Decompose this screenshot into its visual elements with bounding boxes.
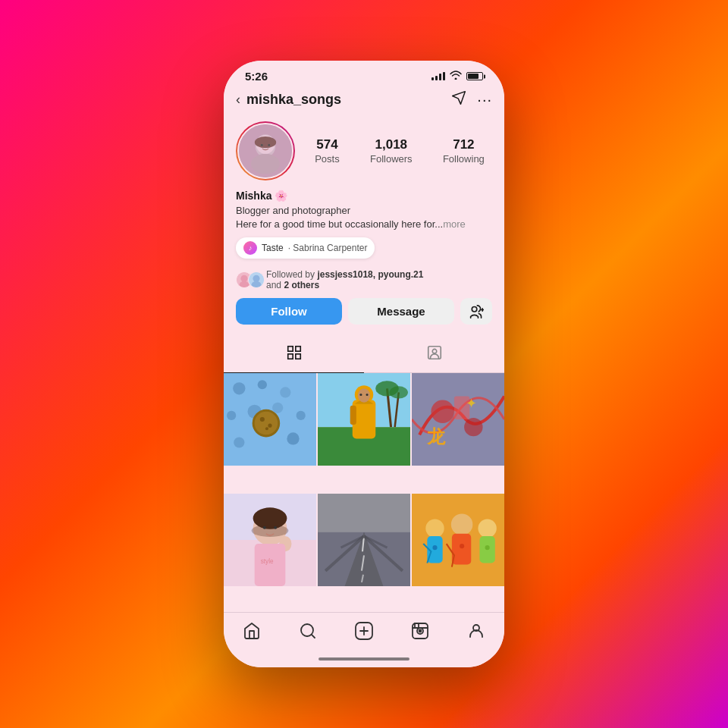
svg-point-64 xyxy=(279,536,291,551)
profile-header: ‹ mishka_songs ··· xyxy=(224,86,504,115)
avatar xyxy=(237,123,293,179)
music-pill[interactable]: ♪ Taste · Sabrina Carpenter xyxy=(236,237,375,259)
header-right: ··· xyxy=(451,90,492,109)
svg-rect-23 xyxy=(224,373,316,466)
svg-line-74 xyxy=(341,536,365,548)
profile-icon xyxy=(467,622,485,645)
svg-point-35 xyxy=(265,428,268,431)
tab-grid[interactable] xyxy=(224,337,364,372)
bio-line2: Here for a good time but occasionally he… xyxy=(236,218,443,230)
other-count: 2 others xyxy=(284,280,319,290)
svg-point-79 xyxy=(425,519,444,537)
svg-point-51 xyxy=(431,400,454,424)
svg-point-45 xyxy=(355,386,373,404)
add-icon xyxy=(354,621,374,645)
svg-point-47 xyxy=(359,394,362,396)
svg-rect-65 xyxy=(255,544,286,586)
tagged-icon xyxy=(426,344,443,365)
svg-rect-18 xyxy=(295,347,300,351)
svg-point-95 xyxy=(419,630,422,632)
status-bar: 5:26 xyxy=(224,61,504,86)
following-count: 712 xyxy=(443,137,485,152)
svg-point-87 xyxy=(485,545,490,550)
svg-point-43 xyxy=(390,387,408,399)
svg-line-72 xyxy=(362,555,364,570)
profile-tabs xyxy=(224,337,504,373)
add-friend-button[interactable] xyxy=(460,298,492,325)
search-icon xyxy=(299,622,317,645)
svg-point-60 xyxy=(253,507,287,529)
svg-line-75 xyxy=(364,536,388,548)
stat-followers[interactable]: 1,018 Followers xyxy=(370,137,413,165)
svg-point-32 xyxy=(255,412,278,435)
svg-rect-57 xyxy=(224,494,316,540)
svg-rect-84 xyxy=(479,536,494,563)
svg-rect-44 xyxy=(353,400,376,439)
nav-profile[interactable] xyxy=(460,620,493,646)
stats-row: 574 Posts 1,018 Followers 712 Following xyxy=(307,137,492,165)
svg-point-46 xyxy=(358,389,370,403)
profile-bio: Blogger and photographer Here for a good… xyxy=(236,204,492,231)
follower-avatars xyxy=(236,271,260,288)
svg-point-86 xyxy=(460,544,464,548)
svg-point-34 xyxy=(268,424,271,428)
bio-line1: Blogger and photographer xyxy=(236,205,350,216)
svg-point-36 xyxy=(234,438,244,448)
battery-icon xyxy=(466,72,483,80)
nav-add[interactable] xyxy=(347,620,381,646)
bio-more-link[interactable]: more xyxy=(443,218,466,230)
tab-tagged[interactable] xyxy=(364,337,504,372)
nav-search[interactable] xyxy=(291,620,325,646)
svg-rect-39 xyxy=(318,428,410,466)
grid-cell-2[interactable] xyxy=(318,373,410,466)
grid-cell-6[interactable] xyxy=(412,494,504,586)
svg-point-3 xyxy=(251,154,280,174)
stat-following[interactable]: 712 Following xyxy=(443,137,485,165)
grid-cell-3[interactable]: 龙 ✦ xyxy=(412,373,504,466)
follower-names: jessjess1018, pyoung.21 xyxy=(317,269,423,280)
svg-rect-17 xyxy=(287,347,292,351)
followers-label: Followers xyxy=(370,153,413,165)
svg-rect-78 xyxy=(412,494,504,586)
grid-cell-5[interactable] xyxy=(318,494,410,586)
posts-label: Posts xyxy=(315,153,340,165)
svg-point-81 xyxy=(451,513,472,535)
header-left: ‹ mishka_songs xyxy=(236,92,341,108)
svg-marker-69 xyxy=(349,532,380,586)
svg-point-41 xyxy=(375,381,399,397)
svg-text:龙: 龙 xyxy=(426,426,446,447)
followers-count: 1,018 xyxy=(370,137,413,152)
message-button[interactable]: Message xyxy=(348,298,454,325)
mini-avatar-2 xyxy=(248,271,265,288)
grid-cell-4[interactable]: style xyxy=(224,494,316,586)
nav-reels[interactable] xyxy=(403,620,437,646)
svg-line-42 xyxy=(395,393,399,428)
profile-info: 574 Posts 1,018 Followers 712 Following … xyxy=(224,115,504,337)
action-buttons: Follow Message xyxy=(236,298,492,325)
direct-icon[interactable] xyxy=(451,90,466,109)
svg-point-22 xyxy=(432,350,437,354)
grid-cell-1[interactable] xyxy=(224,373,316,466)
svg-point-33 xyxy=(260,417,265,422)
nav-home[interactable] xyxy=(235,620,268,646)
svg-rect-50 xyxy=(412,373,504,466)
home-icon xyxy=(243,622,261,645)
svg-text:style: style xyxy=(261,557,274,564)
wifi-icon xyxy=(450,71,462,82)
svg-point-10 xyxy=(240,281,249,288)
music-icon: ♪ xyxy=(243,241,257,255)
grid-icon xyxy=(286,344,303,365)
svg-line-77 xyxy=(364,536,403,571)
status-time: 5:26 xyxy=(245,70,268,83)
back-button[interactable]: ‹ xyxy=(236,92,240,108)
svg-line-76 xyxy=(325,536,364,571)
more-options-icon[interactable]: ··· xyxy=(477,91,492,108)
stat-posts[interactable]: 574 Posts xyxy=(315,137,340,165)
profile-username: mishka_songs xyxy=(246,92,341,108)
svg-point-24 xyxy=(233,383,245,395)
svg-point-85 xyxy=(432,545,437,550)
song-title: Taste xyxy=(262,243,284,253)
svg-rect-53 xyxy=(454,397,469,420)
follow-button[interactable]: Follow xyxy=(236,298,342,325)
svg-line-40 xyxy=(388,389,391,428)
